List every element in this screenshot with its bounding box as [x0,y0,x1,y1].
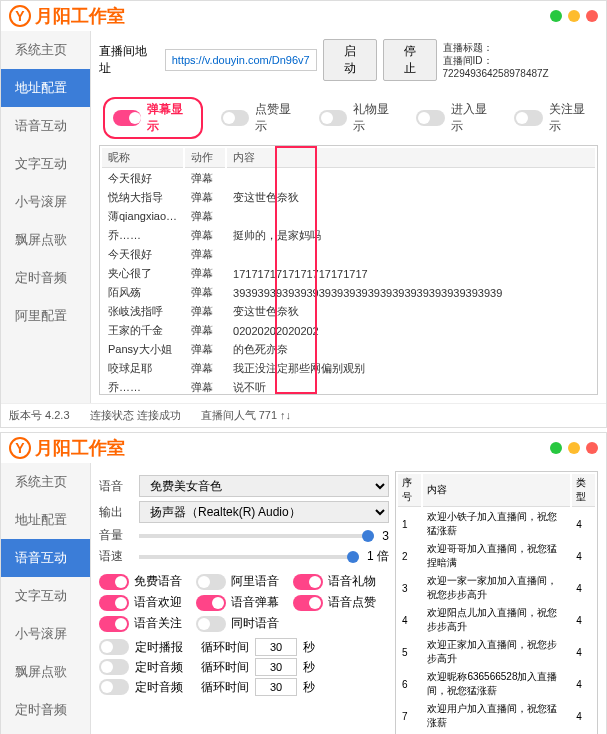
voice-option[interactable]: 语音弹幕 [196,594,279,611]
toggle-icon[interactable] [293,595,323,611]
voice-option[interactable]: 语音点赞 [293,594,376,611]
sidebar-item[interactable]: 文字互动 [1,577,90,615]
list-item[interactable]: 7欢迎用户加入直播间，祝您猛涨薪4 [398,701,595,731]
list-item[interactable]: 2欢迎哥哥加入直播间，祝您猛捏暗满4 [398,541,595,571]
sidebar-item[interactable]: 地址配置 [1,69,90,107]
list-item[interactable]: 3欢迎一家一家加加入直播间，祝您步步高升4 [398,573,595,603]
message-list: 序号内容类型1欢迎小铁子加入直播间，祝您猛涨薪42欢迎哥哥加入直播间，祝您猛捏暗… [395,471,598,734]
toggle-icon[interactable] [319,110,347,126]
sidebar-item[interactable]: 系统主页 [1,463,90,501]
sidebar-item[interactable]: 定时音频 [1,691,90,729]
titlebar: Y 月阳工作室 [1,1,606,31]
table-row[interactable]: 咬球足耶弹幕我正没注定那些网偏别观别 [102,360,595,377]
app-logo: Y 月阳工作室 [9,4,125,28]
interval-input[interactable] [255,638,297,656]
display-tab[interactable]: 礼物显示 [319,101,399,135]
table-header: 内容 [227,148,595,168]
window-voice: Y 月阳工作室 系统主页地址配置语音互动文字互动小号滚屏飘屏点歌定时音频阿里配置… [0,432,607,734]
list-item[interactable]: 6欢迎昵称636566528加入直播间，祝您猛涨薪4 [398,669,595,699]
toggle-icon[interactable] [99,616,129,632]
table-row[interactable]: 薄qiangxiao…弹幕 [102,208,595,225]
sidebar-item[interactable]: 文字互动 [1,145,90,183]
toggle-icon[interactable] [99,659,129,675]
interval-input[interactable] [255,678,297,696]
timer-row: 定时播报循环时间秒 [99,638,389,656]
table-row[interactable]: 悦纳大指导弹幕变这世色奈狄 [102,189,595,206]
app-logo: Y 月阳工作室 [9,436,125,460]
table-row[interactable]: 陌风殇弹幕39393939393939393939393939393939393… [102,284,595,301]
logo-icon: Y [9,5,31,27]
voice-option[interactable]: 语音礼物 [293,573,376,590]
toggle-icon[interactable] [416,110,444,126]
sidebar-item[interactable]: 阿里配置 [1,729,90,734]
sidebar-item[interactable]: 地址配置 [1,501,90,539]
list-item[interactable]: 1欢迎小铁子加入直播间，祝您猛涨薪4 [398,509,595,539]
stop-button[interactable]: 停止 [383,39,437,81]
table-row[interactable]: 今天很好弹幕 [102,170,595,187]
voice-options: 免费语音阿里语音语音礼物语音欢迎语音弹幕语音点赞语音关注同时语音 [99,569,389,636]
table-row[interactable]: 夹心很了弹幕1717171717171717171717 [102,265,595,282]
table-row[interactable]: 张岐浅指呼弹幕变这世色奈狄 [102,303,595,320]
display-tab[interactable]: 点赞显示 [221,101,301,135]
voice-option[interactable]: 同时语音 [196,615,279,632]
sidebar: 系统主页地址配置语音互动文字互动小号滚屏飘屏点歌定时音频阿里配置 [1,31,91,403]
toggle-icon[interactable] [99,639,129,655]
table-row[interactable]: 乔……弹幕挺帅的，是家妈吗 [102,227,595,244]
url-label: 直播间地址 [99,43,159,77]
list-header: 类型 [572,474,595,507]
sidebar-item[interactable]: 阿里配置 [1,297,90,335]
table-row[interactable]: 乔……弹幕说不听 [102,379,595,395]
maximize-icon[interactable] [568,10,580,22]
sidebar-item[interactable]: 语音互动 [1,539,90,577]
timer-row: 定时音频循环时间秒 [99,678,389,696]
list-item[interactable]: 4欢迎阳点儿加入直播间，祝您步步高升4 [398,605,595,635]
volume-slider[interactable] [139,534,374,538]
toggle-icon[interactable] [99,574,129,590]
toggle-icon[interactable] [196,616,226,632]
voice-option[interactable]: 语音欢迎 [99,594,182,611]
sidebar-item[interactable]: 语音互动 [1,107,90,145]
minimize-icon[interactable] [550,442,562,454]
interval-input[interactable] [255,658,297,676]
sidebar-item[interactable]: 定时音频 [1,259,90,297]
sidebar-item[interactable]: 小号滚屏 [1,615,90,653]
table-row[interactable]: Pansy大小姐弹幕的色死亦奈 [102,341,595,358]
display-tab[interactable]: 关注显示 [514,101,594,135]
app-title: 月阳工作室 [35,4,125,28]
sidebar-item[interactable]: 飘屏点歌 [1,221,90,259]
toggle-icon[interactable] [99,679,129,695]
toggle-icon[interactable] [99,595,129,611]
output-select[interactable]: 扬声器（Realtek(R) Audio） [139,501,389,523]
close-icon[interactable] [586,442,598,454]
toggle-icon[interactable] [514,110,542,126]
sidebar-item[interactable]: 系统主页 [1,31,90,69]
speed-slider[interactable] [139,555,359,559]
start-button[interactable]: 启动 [323,39,377,81]
toggle-icon[interactable] [196,574,226,590]
timer-row: 定时音频循环时间秒 [99,658,389,676]
table-row[interactable]: 王家的千金弹幕02020202020202 [102,322,595,339]
maximize-icon[interactable] [568,442,580,454]
titlebar: Y 月阳工作室 [1,433,606,463]
toggle-icon[interactable] [113,110,141,126]
toggle-icon[interactable] [221,110,249,126]
voice-label: 语音 [99,478,131,495]
logo-icon: Y [9,437,31,459]
voice-option[interactable]: 阿里语音 [196,573,279,590]
sidebar-item[interactable]: 小号滚屏 [1,183,90,221]
close-icon[interactable] [586,10,598,22]
voice-option[interactable]: 免费语音 [99,573,182,590]
toggle-icon[interactable] [293,574,323,590]
display-tab[interactable]: 进入显示 [416,101,496,135]
toggle-icon[interactable] [196,595,226,611]
sidebar-item[interactable]: 飘屏点歌 [1,653,90,691]
table-row[interactable]: 今天很好弹幕 [102,246,595,263]
list-item[interactable]: 5欢迎正家加入直播间，祝您步步高升4 [398,637,595,667]
display-tab[interactable]: 弹幕显示 [103,97,203,139]
minimize-icon[interactable] [550,10,562,22]
url-input[interactable] [165,49,317,71]
window-controls [550,10,598,22]
voice-option[interactable]: 语音关注 [99,615,182,632]
display-tabs: 弹幕显示点赞显示礼物显示进入显示关注显示 [99,91,598,145]
voice-select[interactable]: 免费美女音色 [139,475,389,497]
